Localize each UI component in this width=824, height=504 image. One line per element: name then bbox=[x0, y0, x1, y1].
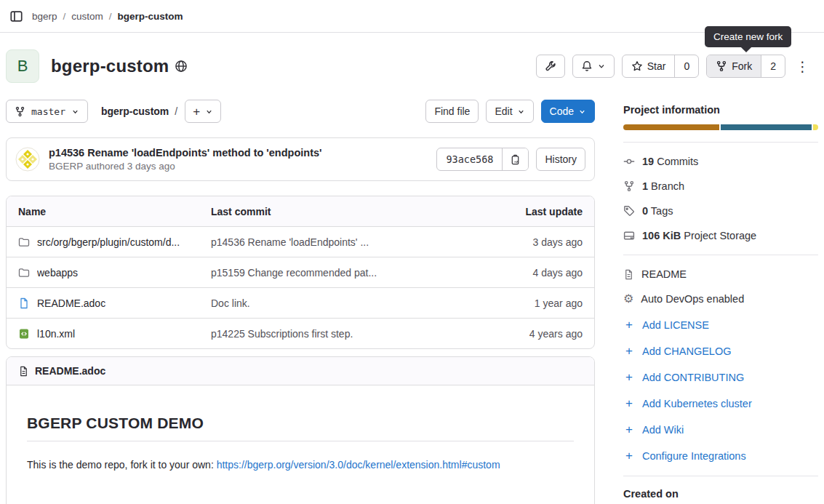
table-row: webapps p15159 Change recommended pat...… bbox=[7, 257, 594, 287]
storage-label: Project Storage bbox=[684, 230, 756, 241]
fork-tooltip: Create new fork bbox=[705, 26, 791, 47]
language-segment bbox=[721, 124, 812, 130]
commit-text: p14536 Rename 'loadEndpoints' method to … bbox=[49, 147, 322, 172]
sidebar-item-storage[interactable]: 106 KiB Project Storage bbox=[623, 230, 818, 241]
fork-count[interactable]: 2 bbox=[761, 55, 785, 77]
file-link[interactable]: src/org/bgerp/plugin/custom/d... bbox=[37, 236, 180, 248]
project-sidebar: Project information 19 Commits 1 Branch bbox=[595, 95, 824, 504]
breadcrumb-subgroup[interactable]: custom bbox=[71, 11, 103, 22]
repo-path-crumb[interactable]: bgerp-custom bbox=[101, 105, 169, 117]
commit-actions: 93ace568 History bbox=[436, 148, 585, 171]
commit-meta: BGERP authored 3 days ago bbox=[49, 161, 322, 172]
sidebar-item-branches[interactable]: 1 Branch bbox=[623, 180, 818, 192]
project-header: B bgerp-custom bbox=[0, 33, 824, 95]
repo-toolbar: master bgerp-custom / + Find file Edit bbox=[6, 100, 595, 123]
add-license-label: Add LICENSE bbox=[642, 319, 709, 331]
sidebar-item-auto-devops[interactable]: ⚙ Auto DevOps enabled bbox=[623, 293, 818, 305]
sidebar-toggle-icon[interactable] bbox=[6, 6, 26, 26]
add-wiki-label: Add Wiki bbox=[642, 424, 684, 436]
sidebar-link-configure-integrations[interactable]: + Configure Integrations bbox=[623, 449, 818, 462]
edit-label: Edit bbox=[495, 105, 512, 117]
row-last-update: 4 years ago bbox=[495, 328, 583, 340]
configure-integrations-label: Configure Integrations bbox=[642, 450, 746, 462]
readme-link[interactable]: https://bgerp.org/version/3.0/doc/kernel… bbox=[217, 459, 500, 471]
star-button-label: Star bbox=[647, 60, 666, 72]
last-commit-box: p14536 Rename 'loadEndpoints' method to … bbox=[6, 137, 595, 181]
sidebar-link-add-license[interactable]: + Add LICENSE bbox=[623, 319, 818, 331]
star-button[interactable]: Star bbox=[623, 55, 675, 77]
main-column: master bgerp-custom / + Find file Edit bbox=[6, 95, 595, 504]
row-commit-link[interactable]: p14225 Subscriptions first step. bbox=[211, 328, 353, 340]
branch-selector[interactable]: master bbox=[6, 100, 88, 123]
gear-icon: ⚙ bbox=[623, 293, 633, 305]
star-count[interactable]: 0 bbox=[674, 55, 698, 77]
chevron-down-icon bbox=[71, 108, 79, 116]
breadcrumb: bgerp / custom / bgerp-custom bbox=[32, 11, 183, 22]
row-commit-link[interactable]: p15159 Change recommended pat... bbox=[211, 267, 377, 279]
header-actions: Star 0 Fork 2 ⋮ bbox=[536, 55, 812, 78]
edit-dropdown-button[interactable]: Edit bbox=[486, 100, 533, 123]
commit-title-link[interactable]: p14536 Rename 'loadEndpoints' method to … bbox=[49, 147, 322, 159]
sidebar-link-add-kubernetes[interactable]: + Add Kubernetes cluster bbox=[623, 397, 818, 409]
notifications-button[interactable] bbox=[572, 55, 615, 78]
code-dropdown-button[interactable]: Code bbox=[541, 100, 595, 123]
history-button[interactable]: History bbox=[536, 148, 585, 171]
copy-sha-button[interactable] bbox=[502, 148, 528, 170]
readme-heading: BGERP CUSTOM DEMO bbox=[27, 415, 574, 441]
add-file-dropdown[interactable]: + bbox=[185, 100, 221, 123]
add-contributing-label: Add CONTRIBUTING bbox=[642, 372, 744, 383]
commits-label: Commits bbox=[657, 156, 698, 167]
project-avatar[interactable]: B bbox=[6, 49, 39, 83]
more-actions-kebab-icon[interactable]: ⋮ bbox=[793, 60, 812, 73]
commits-count: 19 bbox=[642, 156, 654, 167]
breadcrumb-group[interactable]: bgerp bbox=[32, 11, 57, 22]
row-last-update: 3 days ago bbox=[495, 236, 583, 248]
file-link[interactable]: l10n.xml bbox=[37, 328, 75, 340]
file-link[interactable]: README.adoc bbox=[37, 297, 105, 309]
file-link[interactable]: webapps bbox=[37, 267, 78, 279]
admin-wrench-button[interactable] bbox=[536, 55, 565, 78]
fork-button[interactable]: Fork bbox=[707, 55, 761, 77]
column-header-name: Name bbox=[18, 206, 46, 217]
readme-paragraph: This is the demo repo, fork it to your o… bbox=[27, 459, 574, 471]
readme-body: BGERP CUSTOM DEMO This is the demo repo,… bbox=[7, 385, 594, 504]
fork-button-group: Fork 2 bbox=[706, 55, 785, 78]
page-title: bgerp-custom bbox=[51, 56, 169, 76]
chevron-down-icon bbox=[517, 108, 525, 116]
find-file-button[interactable]: Find file bbox=[425, 100, 479, 123]
table-row: README.adoc Doc link. 1 year ago bbox=[7, 287, 594, 318]
plus-icon: + bbox=[623, 345, 635, 357]
chevron-down-icon bbox=[597, 62, 606, 71]
sidebar-item-readme[interactable]: README bbox=[623, 268, 818, 280]
divider bbox=[623, 255, 818, 255]
language-bar[interactable] bbox=[623, 124, 818, 130]
fork-button-label: Fork bbox=[732, 60, 752, 72]
sidebar-link-add-changelog[interactable]: + Add CHANGELOG bbox=[623, 345, 818, 357]
auto-devops-label: Auto DevOps enabled bbox=[641, 293, 744, 305]
storage-icon bbox=[623, 230, 635, 241]
commit-author-avatar[interactable] bbox=[15, 147, 40, 172]
file-table: Name Last commit Last update src/org/bge… bbox=[6, 196, 595, 349]
star-count-value: 0 bbox=[684, 60, 689, 72]
row-commit-link[interactable]: p14536 Rename 'loadEndpoints' ... bbox=[211, 236, 369, 248]
sidebar-item-tags[interactable]: 0 Tags bbox=[623, 205, 818, 217]
readme-text: This is the demo repo, fork it to your o… bbox=[27, 459, 217, 471]
content: master bgerp-custom / + Find file Edit bbox=[0, 95, 824, 504]
plus-icon: + bbox=[623, 423, 635, 436]
branch-name: master bbox=[31, 106, 65, 117]
divider bbox=[623, 142, 818, 143]
breadcrumb-separator: / bbox=[63, 11, 66, 22]
branch-icon bbox=[15, 106, 25, 117]
toolbar-right: Find file Edit Code bbox=[425, 100, 595, 123]
row-commit-link[interactable]: Doc link. bbox=[211, 297, 250, 309]
plus-icon: + bbox=[193, 105, 200, 118]
fork-count-value: 2 bbox=[770, 60, 776, 72]
readme-header[interactable]: README.adoc bbox=[7, 357, 594, 385]
language-segment bbox=[813, 124, 818, 130]
breadcrumb-project[interactable]: bgerp-custom bbox=[118, 11, 183, 22]
code-label: Code bbox=[550, 105, 574, 117]
readme-item-label: README bbox=[641, 268, 687, 280]
sidebar-item-commits[interactable]: 19 Commits bbox=[623, 156, 818, 167]
sidebar-link-add-contributing[interactable]: + Add CONTRIBUTING bbox=[623, 371, 818, 383]
sidebar-link-add-wiki[interactable]: + Add Wiki bbox=[623, 423, 818, 436]
